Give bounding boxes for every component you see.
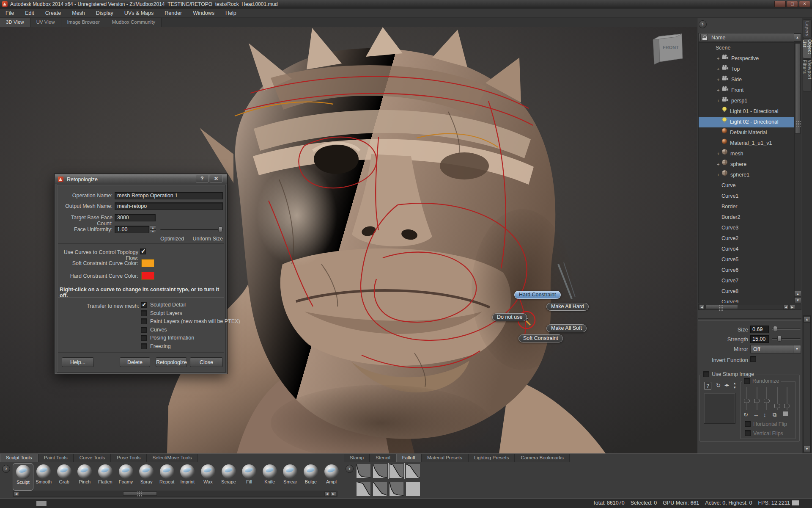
tree-item-top[interactable]: +Top [699, 64, 794, 75]
falloff-mid[interactable] [373, 482, 387, 496]
target-face-count-input[interactable] [115, 214, 156, 221]
scroll-right-icon[interactable]: ▶ [790, 305, 795, 309]
menu-item-edit[interactable]: Edit [19, 8, 40, 18]
rotate-icon[interactable]: ↻ [743, 411, 748, 418]
tool-foamy[interactable]: Foamy [115, 463, 136, 491]
expander-icon[interactable]: + [717, 64, 719, 75]
posing-information-checkbox[interactable] [141, 335, 147, 341]
tree-item-curve8[interactable]: Curve8 [699, 286, 794, 297]
soft-constraint-option[interactable]: Soft Constraint [518, 334, 563, 342]
do-not-use-option[interactable]: Do not use [492, 313, 527, 321]
properties-scrollbar[interactable]: ▲ ▼ [803, 315, 811, 453]
tree-item-front[interactable]: +Front [699, 85, 794, 96]
tree-item-border2[interactable]: Border2 [699, 212, 794, 223]
size-slider[interactable] [772, 326, 801, 332]
falloff-flat[interactable] [406, 482, 420, 496]
tree-item-mesh[interactable]: +mesh [699, 149, 794, 159]
side-tab-object-list[interactable]: Object List [803, 39, 812, 58]
tool-scrape[interactable]: Scrape [218, 463, 239, 491]
vertical-arrow-icon[interactable]: ↕ [763, 411, 766, 418]
tray-expand-button[interactable]: › [2, 465, 10, 473]
curves-checkbox[interactable] [141, 327, 147, 333]
tab-paint-tools[interactable]: Paint Tools [38, 454, 74, 462]
menu-item-windows[interactable]: Windows [187, 8, 220, 18]
strength-slider[interactable] [772, 336, 801, 342]
tool-imprint[interactable]: Imprint [177, 463, 198, 491]
scroll-up-icon[interactable]: ▲ [804, 316, 810, 323]
expander-icon[interactable]: + [717, 170, 719, 180]
menu-item-display[interactable]: Display [91, 8, 119, 18]
tree-item-border[interactable]: Border [699, 202, 794, 212]
side-tab-viewport-filters[interactable]: Viewport Filters [803, 59, 812, 91]
menu-item-uvs-maps[interactable]: UVs & Maps [119, 8, 159, 18]
tool-smear[interactable]: Smear [280, 463, 301, 491]
menu-item-help[interactable]: Help [220, 8, 242, 18]
scroll-left-icon[interactable]: ◀ [699, 305, 705, 309]
stepper-down-icon[interactable]: ▼ [150, 229, 156, 233]
tool-flatten[interactable]: Flatten [95, 463, 115, 491]
tree-item-material-1-u1-v1[interactable]: Material_1_u1_v1 [699, 138, 794, 149]
invert-function-checkbox[interactable] [750, 356, 756, 362]
falloff-concave[interactable] [373, 464, 387, 478]
stamp-preview-box[interactable] [704, 393, 735, 424]
dialog-help-icon[interactable]: ? [196, 175, 208, 182]
tool-ampl[interactable]: Ampl [321, 463, 342, 491]
tool-tray-scrollbar[interactable]: ◀ ◀ ▶ [13, 491, 337, 497]
color-square-icon[interactable] [783, 411, 788, 416]
face-uniformity-stepper[interactable]: ▲ ▼ [150, 226, 156, 233]
expander-icon[interactable]: + [717, 96, 719, 106]
scroll-right-icon[interactable]: ▶ [331, 491, 336, 496]
face-uniformity-slider[interactable] [160, 226, 223, 232]
tab-stamp[interactable]: Stamp [344, 454, 370, 462]
sculpted-detail-checkbox[interactable] [141, 302, 147, 308]
tree-item-persp1[interactable]: +persp1 [699, 96, 794, 106]
tree-item-light-02-directional[interactable]: Light 02 - Directional [699, 117, 794, 127]
tree-item-curve[interactable]: Curve [699, 180, 794, 191]
tab-sculpt-tools[interactable]: Sculpt Tools [0, 454, 38, 462]
scroll-down-icon[interactable]: ▼ [794, 297, 801, 303]
tree-item-curve4[interactable]: Curve4 [699, 244, 794, 254]
tab-3d-view[interactable]: 3D View [0, 18, 30, 27]
expander-icon[interactable]: + [717, 85, 719, 96]
falloff-late-drop[interactable] [357, 482, 370, 496]
tree-item-sphere[interactable]: +sphere [699, 159, 794, 170]
rotate-icon[interactable]: ↻ [716, 382, 721, 389]
operation-name-input[interactable] [115, 192, 223, 199]
scroll-left-icon[interactable]: ◀ [14, 491, 19, 496]
randomize-slider[interactable] [744, 387, 750, 410]
tree-item-scene[interactable]: −Scene [699, 43, 794, 53]
face-uniformity-input[interactable] [115, 226, 149, 233]
tab-image-browser[interactable]: Image Browser [61, 18, 106, 27]
expander-icon[interactable]: + [717, 149, 719, 159]
falloff-s-curve[interactable] [390, 464, 403, 478]
vertical-flip-checkbox[interactable] [745, 430, 751, 436]
menu-item-create[interactable]: Create [40, 8, 67, 18]
slider-handle[interactable] [218, 226, 222, 232]
expander-icon[interactable]: + [717, 159, 719, 170]
randomize-slider[interactable] [764, 387, 770, 410]
menu-item-render[interactable]: Render [159, 8, 187, 18]
tab-curve-tools[interactable]: Curve Tools [74, 454, 111, 462]
tree-item-curve6[interactable]: Curve6 [699, 265, 794, 276]
tree-item-curve7[interactable]: Curve7 [699, 276, 794, 286]
vertical-flip-icon[interactable]: ▴▾ [734, 381, 736, 389]
tree-item-curve5[interactable]: Curve5 [699, 254, 794, 265]
scrollbar-thumb[interactable] [705, 305, 738, 309]
expander-icon[interactable]: − [710, 43, 713, 53]
tab-pose-tools[interactable]: Pose Tools [111, 454, 146, 462]
strength-input[interactable] [750, 335, 769, 343]
tool-sculpt[interactable]: Sculpt [13, 463, 33, 491]
tool-grab[interactable]: Grab [54, 463, 74, 491]
tree-item-light-01-directional[interactable]: Light 01 - Directional [699, 106, 794, 117]
tool-pinch[interactable]: Pinch [74, 463, 95, 491]
expander-icon[interactable]: + [717, 75, 719, 85]
tool-repeat[interactable]: Repeat [156, 463, 177, 491]
make-all-soft-option[interactable]: Make All Soft [546, 324, 587, 332]
side-tab-layers[interactable]: Layers [803, 19, 812, 38]
tree-item-curve9[interactable]: Curve9 [699, 297, 794, 304]
hard-constraint-option[interactable]: Hard Constraint [514, 291, 561, 299]
expander-icon[interactable]: + [717, 53, 719, 64]
tree-item-curve2[interactable]: Curve2 [699, 233, 794, 244]
size-input[interactable] [750, 326, 769, 333]
tab-select-move-tools[interactable]: Select/Move Tools [146, 454, 198, 462]
